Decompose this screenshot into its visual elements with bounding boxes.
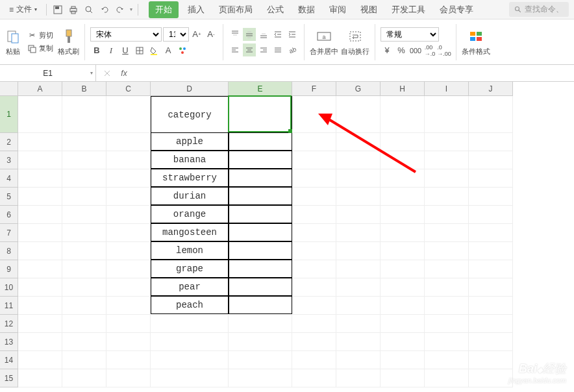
cell-F2[interactable]: [292, 133, 336, 151]
cell-C1[interactable]: [106, 96, 151, 133]
cell-E8[interactable]: [229, 241, 292, 260]
cell-D4[interactable]: strawberry: [151, 169, 229, 187]
align-bottom-icon[interactable]: [257, 28, 270, 41]
row-header-14[interactable]: 14: [0, 351, 18, 369]
cell-C4[interactable]: [106, 169, 151, 188]
row-header-11[interactable]: 11: [0, 297, 18, 315]
effects-button[interactable]: [176, 44, 189, 57]
cell-I12[interactable]: [425, 315, 469, 333]
cell-H14[interactable]: [381, 351, 425, 369]
cell-D15[interactable]: [151, 369, 229, 387]
cell-B5[interactable]: [62, 188, 106, 206]
indent-increase-icon[interactable]: [286, 28, 299, 41]
column-header-G[interactable]: G: [336, 82, 381, 96]
cell-I7[interactable]: [425, 224, 469, 242]
justify-icon[interactable]: [271, 43, 284, 56]
cell-I2[interactable]: [425, 133, 469, 151]
cell-A14[interactable]: [18, 351, 62, 369]
cell-B11[interactable]: [62, 297, 106, 315]
cell-F9[interactable]: [292, 260, 336, 278]
cell-E13[interactable]: [229, 333, 292, 351]
cell-E6[interactable]: [229, 205, 292, 223]
align-top-icon[interactable]: [229, 28, 242, 41]
search-box[interactable]: 查找命令、: [509, 2, 569, 17]
row-header-7[interactable]: 7: [0, 224, 18, 242]
cell-D6[interactable]: orange: [151, 205, 229, 223]
cell-E1[interactable]: [229, 96, 292, 133]
cell-A6[interactable]: [18, 206, 62, 224]
chevron-down-icon[interactable]: ▾: [130, 6, 132, 12]
cell-G14[interactable]: [336, 351, 381, 369]
cell-F13[interactable]: [292, 333, 336, 351]
cell-A9[interactable]: [18, 260, 62, 278]
tab-layout[interactable]: 页面布局: [214, 1, 258, 18]
cell-J12[interactable]: [469, 315, 513, 333]
cell-G8[interactable]: [336, 242, 381, 260]
cell-C13[interactable]: [106, 333, 151, 351]
cell-G12[interactable]: [336, 315, 381, 333]
cell-B15[interactable]: [62, 369, 106, 387]
cell-A2[interactable]: [18, 133, 62, 151]
cell-B6[interactable]: [62, 206, 106, 224]
cell-B7[interactable]: [62, 224, 106, 242]
underline-button[interactable]: U: [119, 44, 132, 57]
cell-G3[interactable]: [336, 151, 381, 169]
cell-H2[interactable]: [381, 133, 425, 151]
cell-H10[interactable]: [381, 278, 425, 297]
border-button[interactable]: [133, 44, 146, 57]
cell-F11[interactable]: [292, 297, 336, 315]
file-menu[interactable]: ≡ 文件 ▾: [5, 3, 41, 16]
increase-font-icon[interactable]: A+: [190, 28, 203, 41]
cell-J13[interactable]: [469, 333, 513, 351]
tab-start[interactable]: 开始: [149, 1, 179, 18]
tab-view[interactable]: 视图: [355, 1, 382, 18]
align-right-icon[interactable]: [257, 43, 270, 56]
cell-C2[interactable]: [106, 133, 151, 151]
cell-F1[interactable]: [292, 96, 336, 133]
cell-B1[interactable]: [62, 96, 106, 133]
cell-G7[interactable]: [336, 224, 381, 242]
column-header-D[interactable]: D: [151, 82, 229, 96]
align-middle-icon[interactable]: [243, 28, 256, 41]
cell-E5[interactable]: [229, 187, 292, 205]
percent-icon[interactable]: %: [395, 44, 408, 57]
cell-H5[interactable]: [381, 188, 425, 206]
cell-J5[interactable]: [469, 188, 513, 206]
cell-G11[interactable]: [336, 297, 381, 315]
cell-D3[interactable]: banana: [151, 151, 229, 169]
cell-H6[interactable]: [381, 206, 425, 224]
cell-J10[interactable]: [469, 278, 513, 297]
tab-data[interactable]: 数据: [293, 1, 320, 18]
cell-C3[interactable]: [106, 151, 151, 169]
cell-G4[interactable]: [336, 169, 381, 188]
cell-A4[interactable]: [18, 169, 62, 188]
tab-vip[interactable]: 会员专享: [434, 1, 479, 18]
cell-G6[interactable]: [336, 206, 381, 224]
tab-insert[interactable]: 插入: [182, 1, 210, 18]
cell-H9[interactable]: [381, 260, 425, 278]
cell-F14[interactable]: [292, 351, 336, 369]
redo-icon[interactable]: [114, 4, 126, 16]
cell-H1[interactable]: [381, 96, 425, 133]
print-icon[interactable]: [68, 4, 79, 16]
italic-button[interactable]: I: [105, 44, 118, 57]
cell-F7[interactable]: [292, 224, 336, 242]
cell-I11[interactable]: [425, 297, 469, 315]
cell-I3[interactable]: [425, 151, 469, 169]
cell-J14[interactable]: [469, 351, 513, 369]
cell-F12[interactable]: [292, 315, 336, 333]
cell-D13[interactable]: [151, 333, 229, 351]
cut-button[interactable]: ✂剪切: [25, 30, 55, 42]
font-size-select[interactable]: 11: [163, 27, 189, 42]
bold-button[interactable]: B: [90, 44, 103, 57]
cell-F10[interactable]: [292, 278, 336, 297]
cell-I13[interactable]: [425, 333, 469, 351]
cell-B9[interactable]: [62, 260, 106, 278]
tab-formula[interactable]: 公式: [262, 1, 289, 18]
column-header-B[interactable]: B: [62, 82, 106, 96]
indent-decrease-icon[interactable]: [271, 28, 284, 41]
cell-F4[interactable]: [292, 169, 336, 188]
cell-D1[interactable]: category: [151, 96, 229, 133]
cell-C7[interactable]: [106, 224, 151, 242]
column-header-I[interactable]: I: [425, 82, 469, 96]
